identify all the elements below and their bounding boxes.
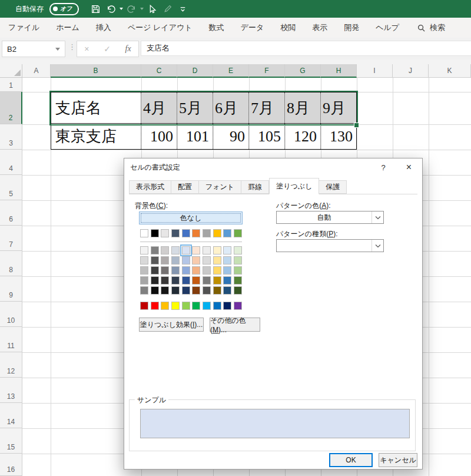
dialog-tab-塗りつぶし[interactable]: 塗りつぶし (269, 178, 319, 194)
color-swatch-standard-3[interactable] (171, 302, 180, 310)
color-swatch-theme-8[interactable] (223, 229, 231, 237)
fill-handle[interactable] (354, 123, 359, 128)
color-swatch-standard-4[interactable] (182, 302, 190, 310)
ribbon-tab-7[interactable]: 校閲 (272, 18, 304, 38)
undo-icon[interactable] (104, 2, 118, 16)
color-swatch-variants-3-7[interactable] (213, 276, 221, 285)
column-header-K[interactable]: K (429, 64, 471, 78)
color-swatch-variants-2-2[interactable] (161, 266, 169, 275)
color-swatch-variants-0-7[interactable] (213, 246, 221, 254)
undo-dropdown-icon[interactable] (120, 8, 123, 10)
color-swatch-variants-3-6[interactable] (203, 276, 211, 285)
chevron-down-icon[interactable] (372, 240, 383, 252)
column-header-I[interactable]: I (357, 64, 393, 78)
color-swatch-variants-0-8[interactable] (223, 246, 231, 254)
dialog-tab-フォント[interactable]: フォント (199, 180, 241, 194)
row-header-14[interactable]: 14 (0, 403, 22, 428)
dialog-tab-表示形式[interactable]: 表示形式 (129, 180, 171, 194)
color-swatch-variants-2-1[interactable] (151, 266, 159, 275)
color-swatch-standard-7[interactable] (213, 302, 221, 310)
more-colors-button[interactable]: その他の色(M)... (210, 318, 260, 332)
color-swatch-variants-3-9[interactable] (234, 276, 242, 285)
color-swatch-standard-0[interactable] (140, 302, 148, 310)
color-swatch-variants-0-9[interactable] (234, 246, 242, 254)
color-swatch-variants-4-4[interactable] (182, 286, 190, 295)
table-header-cell[interactable]: 8月 (284, 92, 320, 123)
color-swatch-variants-3-3[interactable] (171, 276, 180, 285)
ribbon-tab-1[interactable]: ファイル (0, 18, 48, 38)
column-header-E[interactable]: E (213, 64, 249, 78)
color-swatch-variants-4-1[interactable] (151, 286, 159, 295)
table-header-cell[interactable]: 5月 (177, 92, 213, 123)
row-header-3[interactable]: 3 (0, 124, 22, 150)
table-header-cell[interactable]: 9月 (320, 92, 356, 123)
color-swatch-variants-4-7[interactable] (213, 286, 221, 295)
column-header-B[interactable]: B (51, 64, 141, 78)
table-data-cell[interactable]: 105 (248, 124, 284, 149)
color-swatch-variants-1-1[interactable] (151, 256, 159, 265)
color-swatch-theme-2[interactable] (161, 229, 169, 237)
ribbon-tab-2[interactable]: ホーム (48, 18, 88, 38)
table-data-cell[interactable]: 90 (213, 124, 248, 149)
ribbon-tab-4[interactable]: ページ レイアウト (120, 18, 201, 38)
name-box-dropdown-icon[interactable] (55, 48, 60, 51)
row-header-16[interactable]: 16 (0, 454, 22, 476)
color-swatch-variants-3-5[interactable] (192, 276, 200, 285)
search-box[interactable]: 検索 (417, 22, 445, 33)
row-header-7[interactable]: 7 (0, 226, 22, 251)
chevron-down-icon[interactable] (372, 211, 383, 223)
ribbon-tab-6[interactable]: データ (233, 18, 273, 38)
color-swatch-theme-3[interactable] (171, 229, 180, 237)
color-swatch-variants-2-5[interactable] (192, 266, 200, 275)
color-swatch-standard-6[interactable] (203, 302, 211, 310)
color-swatch-theme-6[interactable] (203, 229, 211, 237)
color-swatch-variants-2-4[interactable] (182, 266, 190, 275)
row-header-6[interactable]: 6 (0, 200, 22, 226)
table-header-cell[interactable]: 4月 (141, 92, 177, 123)
column-header-D[interactable]: D (177, 64, 213, 78)
color-swatch-standard-2[interactable] (161, 302, 169, 310)
color-swatch-variants-1-7[interactable] (213, 256, 221, 265)
row-header-2[interactable]: 2 (0, 92, 22, 124)
ribbon-tab-5[interactable]: 数式 (201, 18, 233, 38)
color-swatch-variants-4-6[interactable] (203, 286, 211, 295)
row-header-12[interactable]: 12 (0, 352, 22, 378)
row-header-1[interactable]: 1 (0, 78, 22, 92)
no-fill-button[interactable]: 色なし (139, 211, 243, 224)
ribbon-tab-3[interactable]: 挿入 (88, 18, 120, 38)
color-swatch-variants-0-4[interactable] (182, 246, 190, 254)
qat-customize-icon[interactable] (175, 2, 190, 16)
fill-effects-button[interactable]: 塗りつぶし効果(I)... (139, 318, 204, 332)
color-swatch-theme-0[interactable] (140, 229, 148, 237)
color-swatch-standard-8[interactable] (223, 302, 231, 310)
color-swatch-variants-4-2[interactable] (161, 286, 169, 295)
dialog-tab-配置[interactable]: 配置 (171, 180, 199, 194)
column-header-A[interactable]: A (22, 64, 51, 78)
color-swatch-variants-1-5[interactable] (192, 256, 200, 265)
color-swatch-variants-1-2[interactable] (161, 256, 169, 265)
cell-B2[interactable]: 支店名 (51, 92, 141, 123)
row-header-5[interactable]: 5 (0, 175, 22, 200)
color-swatch-theme-7[interactable] (213, 229, 221, 237)
color-swatch-variants-3-0[interactable] (140, 276, 148, 285)
color-swatch-variants-0-0[interactable] (140, 246, 148, 254)
color-swatch-standard-1[interactable] (151, 302, 159, 310)
color-swatch-variants-1-0[interactable] (140, 256, 148, 265)
color-swatch-variants-0-6[interactable] (203, 246, 211, 254)
column-header-C[interactable]: C (141, 64, 177, 78)
color-swatch-variants-3-2[interactable] (161, 276, 169, 285)
ribbon-tab-9[interactable]: 開発 (336, 18, 367, 38)
color-swatch-variants-3-4[interactable] (182, 276, 190, 285)
row-header-4[interactable]: 4 (0, 150, 22, 175)
formula-bar-grip[interactable]: ⋮ (68, 42, 76, 51)
color-swatch-theme-9[interactable] (234, 229, 242, 237)
color-swatch-variants-0-1[interactable] (151, 246, 159, 254)
row-header-8[interactable]: 8 (0, 251, 22, 276)
formula-input[interactable]: 支店名 (141, 41, 471, 56)
table-data-cell[interactable]: 100 (141, 124, 177, 149)
table-data-cell[interactable]: 120 (284, 124, 320, 149)
color-swatch-variants-0-5[interactable] (192, 246, 200, 254)
color-swatch-variants-2-3[interactable] (171, 266, 180, 275)
table-header-cell[interactable]: 7月 (248, 92, 284, 123)
select-cursor-icon[interactable] (145, 2, 159, 16)
